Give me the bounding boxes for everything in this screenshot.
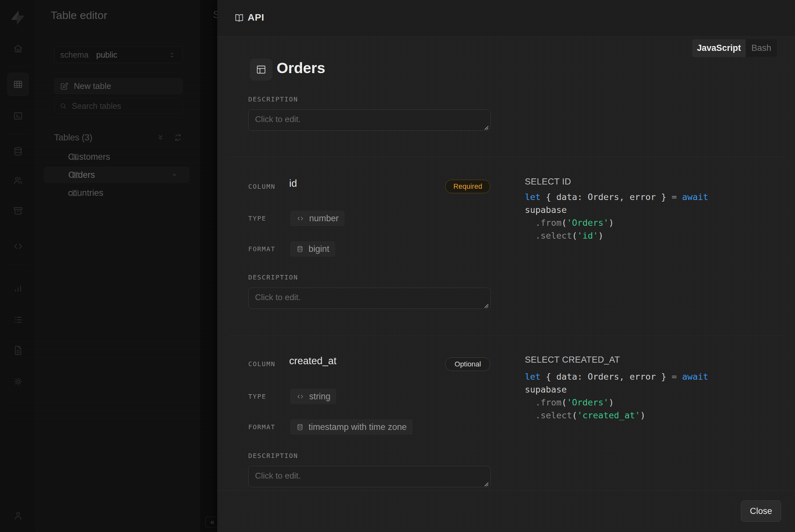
column-label: COLUMN xyxy=(248,183,275,190)
table-description-input[interactable] xyxy=(248,110,491,131)
resize-grip-icon[interactable] xyxy=(484,304,489,308)
drawer-title: API xyxy=(248,12,264,23)
type-label: TYPE xyxy=(248,214,266,222)
table-description-wrap xyxy=(248,110,491,132)
drawer-header: API xyxy=(217,0,795,37)
language-tabs: JavaScript Bash xyxy=(692,39,777,57)
description-label: DESCRIPTION xyxy=(248,452,298,459)
modal-scrim[interactable] xyxy=(0,0,217,532)
database-icon xyxy=(296,423,304,431)
type-chip: string xyxy=(290,389,336,404)
format-chip: bigint xyxy=(290,241,335,256)
column-description-wrap xyxy=(248,288,491,310)
format-chip: timestamp with time zone xyxy=(290,419,413,435)
api-drawer: API JavaScript Bash Orders DESCRIPTION C… xyxy=(217,0,795,532)
section-divider xyxy=(229,335,787,336)
format-value: bigint xyxy=(308,244,329,254)
app-root: Table editor schema public New table Tab… xyxy=(0,0,795,532)
column-name: id xyxy=(289,178,297,189)
close-button[interactable]: Close xyxy=(741,500,781,522)
type-value: number xyxy=(309,213,339,224)
code-brackets-icon xyxy=(296,392,305,401)
snippet-title: SELECT CREATED_AT xyxy=(525,355,620,365)
format-label: FORMAT xyxy=(248,423,275,431)
table-icon xyxy=(255,64,267,75)
type-label: TYPE xyxy=(248,393,266,400)
code-block-select-id: let { data: Orders, error } = awaitsupab… xyxy=(525,191,708,242)
required-badge: Required xyxy=(445,180,490,193)
tab-bash[interactable]: Bash xyxy=(746,39,777,57)
resize-grip-icon[interactable] xyxy=(484,126,489,130)
format-value: timestamp with time zone xyxy=(308,422,407,432)
column-description-wrap xyxy=(248,466,491,489)
resize-grip-icon[interactable] xyxy=(484,482,489,487)
entity-icon-box xyxy=(250,59,272,80)
code-block-select-created-at: let { data: Orders, error } = awaitsupab… xyxy=(525,370,708,422)
tab-javascript[interactable]: JavaScript xyxy=(692,39,746,57)
snippet-title: SELECT ID xyxy=(525,177,571,187)
book-open-icon xyxy=(234,13,245,23)
column-name: created_at xyxy=(289,355,337,367)
database-icon xyxy=(296,245,304,253)
description-label: DESCRIPTION xyxy=(248,95,298,103)
column-description-input[interactable] xyxy=(248,288,491,309)
drawer-footer: Close xyxy=(217,491,795,532)
format-label: FORMAT xyxy=(248,245,275,253)
type-value: string xyxy=(309,392,330,402)
column-description-input[interactable] xyxy=(248,466,491,487)
entity-title: Orders xyxy=(277,59,325,77)
column-label: COLUMN xyxy=(248,360,275,368)
description-label: DESCRIPTION xyxy=(248,273,298,281)
optional-badge: Optional xyxy=(445,358,490,371)
type-chip: number xyxy=(290,211,345,226)
section-divider xyxy=(229,157,787,157)
code-brackets-icon xyxy=(296,214,305,223)
